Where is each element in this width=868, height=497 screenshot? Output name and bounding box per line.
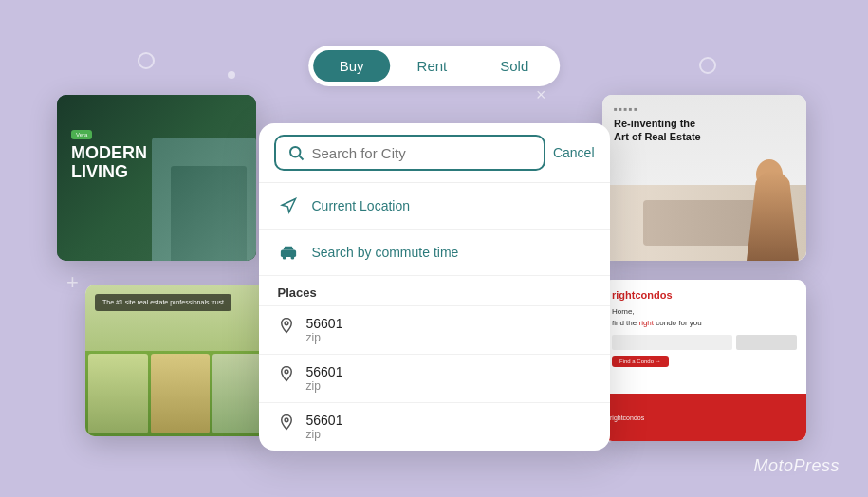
place-type-3: zip: [306, 428, 343, 441]
svg-point-7: [285, 370, 288, 374]
card-modern-living: Vera MODERNLIVING: [57, 95, 256, 261]
card-badge: Vera: [71, 130, 92, 139]
card-rt-title: Re-inventing the Art of Real Estate: [614, 117, 709, 144]
current-location-label: Current Location: [312, 198, 411, 213]
cancel-button[interactable]: Cancel: [553, 145, 595, 160]
card-br-nav-area: [612, 335, 797, 350]
svg-point-8: [285, 418, 288, 422]
house-thumbnails: [85, 351, 275, 436]
deco-cross-1: ×: [536, 85, 546, 105]
place-item-2[interactable]: 56601 zip: [259, 354, 610, 402]
search-input[interactable]: [312, 145, 532, 161]
building-shape-2: [171, 166, 247, 261]
tab-buy[interactable]: Buy: [313, 50, 391, 82]
search-icon: [287, 144, 305, 161]
search-input-box[interactable]: [274, 135, 545, 171]
card-left-content: Vera MODERNLIVING: [71, 123, 147, 182]
rightcondos-logo: rightcondos: [612, 289, 673, 301]
place-name-3: 56601: [306, 413, 343, 428]
card-br-tagline: Home,find the right condo for you: [612, 306, 797, 329]
place-item-1[interactable]: 56601 zip: [259, 305, 610, 354]
commute-label: Search by commute time: [312, 245, 459, 260]
car-icon: [278, 242, 299, 263]
svg-point-6: [285, 322, 288, 325]
commute-item[interactable]: Search by commute time: [259, 230, 610, 276]
page-wrapper: × + × × Buy Rent Sold Vera MODERNLIVING …: [0, 0, 868, 497]
search-card: Cancel Current Location Search by com: [259, 123, 610, 451]
location-arrow-icon: [278, 195, 299, 216]
kitchen-counter: [643, 200, 766, 246]
card-bl-content: The #1 site real estate professionals tr…: [85, 285, 275, 436]
house-thumb-1: [88, 354, 148, 433]
svg-point-5: [290, 256, 294, 260]
card-real-estate-pros: The #1 site real estate professionals tr…: [85, 285, 275, 436]
current-location-item[interactable]: Current Location: [259, 183, 610, 230]
card-rt-nav: ■ ■ ■ ■ ■: [614, 106, 795, 112]
pin-icon-1: [278, 317, 295, 334]
deco-dot-1: [228, 71, 235, 79]
svg-rect-3: [280, 250, 295, 258]
motopress-logo: MotoPress: [753, 456, 840, 476]
rightcondos-header: rightcondos: [612, 289, 797, 301]
card-real-estate: ■ ■ ■ ■ ■ Re-inventing the Art of Real E…: [602, 95, 806, 261]
place-item-3[interactable]: 56601 zip: [259, 402, 610, 451]
svg-line-1: [299, 156, 303, 159]
pin-icon-3: [278, 414, 295, 431]
tab-bar: Buy Rent Sold: [308, 46, 561, 86]
card-rt-content: ■ ■ ■ ■ ■ Re-inventing the Art of Real E…: [602, 95, 806, 261]
tab-sold[interactable]: Sold: [473, 50, 555, 82]
place-info-2: 56601 zip: [306, 364, 343, 393]
nav-strip-2: [736, 335, 797, 350]
places-header: Places: [259, 276, 610, 305]
house-thumb-2: [151, 354, 211, 433]
card-br-footer-band: rightcondos: [602, 394, 806, 441]
card-left-image: Vera MODERNLIVING: [57, 95, 256, 261]
place-info-1: 56601 zip: [306, 316, 343, 344]
place-type-2: zip: [306, 379, 343, 393]
nav-strip-1: [612, 335, 732, 350]
place-info-3: 56601 zip: [306, 413, 343, 441]
place-type-1: zip: [306, 331, 343, 344]
deco-plus-1: +: [66, 270, 79, 295]
card-rightcondos: rightcondos Home,find the right condo fo…: [602, 280, 806, 441]
card-bl-tagline: The #1 site real estate professionals tr…: [95, 294, 231, 311]
deco-ring-1: [138, 52, 155, 69]
deco-ring-2: [699, 57, 716, 74]
card-br-content: rightcondos Home,find the right condo fo…: [602, 280, 806, 441]
svg-marker-2: [282, 199, 295, 212]
svg-point-0: [290, 147, 301, 157]
place-name-1: 56601: [306, 316, 343, 331]
tab-rent[interactable]: Rent: [391, 50, 474, 82]
card-br-footer-text: rightcondos: [610, 414, 644, 421]
place-name-2: 56601: [306, 364, 343, 379]
card-br-cta: Find a Condo →: [612, 356, 669, 367]
search-input-row: Cancel: [259, 123, 610, 183]
pin-icon-2: [278, 365, 295, 382]
svg-point-4: [282, 256, 286, 260]
card-title: MODERNLIVING: [71, 144, 147, 182]
